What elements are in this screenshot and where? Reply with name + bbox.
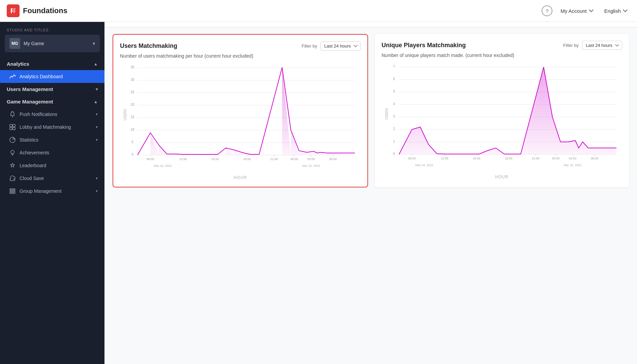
svg-text:0: 0 [393, 152, 395, 156]
svg-text:06:00: 06:00 [329, 157, 337, 161]
svg-text:15:00: 15:00 [211, 157, 219, 161]
svg-rect-10 [10, 189, 15, 190]
svg-rect-5 [13, 124, 15, 127]
svg-text:15: 15 [130, 115, 134, 119]
sidebar-item-group-management[interactable]: Group Management ▾ [0, 185, 104, 198]
sidebar-item-push-notifications[interactable]: Push Notifications ▾ [0, 108, 104, 121]
svg-rect-7 [13, 127, 15, 130]
svg-text:5: 5 [131, 140, 133, 144]
users-matchmaking-filter-group: Filter by Last 24 hours Last 7 days Last… [302, 41, 361, 51]
logo-area: Foundations [7, 4, 67, 17]
users-matchmaking-subtitle: Number of users matchmaking per hour (cu… [120, 53, 361, 59]
language-chevron-icon [623, 8, 628, 13]
unique-players-chart: 0 1 2 3 4 5 6 7 USERS [382, 63, 622, 173]
svg-text:Mar 14, 2022: Mar 14, 2022 [154, 164, 172, 168]
push-notifications-icon [9, 111, 16, 117]
content-area: Users Matchmaking Filter by Last 24 hour… [104, 22, 637, 364]
sidebar-item-lobby-matchmaking-label: Lobby and Matchmaking [20, 124, 71, 130]
section-analytics[interactable]: Analytics ▲ [0, 58, 104, 70]
sidebar-item-achievements[interactable]: Achievements [0, 146, 104, 159]
sidebar-item-analytics-dashboard[interactable]: Analytics Dashboard [0, 70, 104, 83]
group-management-icon [9, 188, 16, 194]
unique-players-matchmaking-card: Unique Players Matchmaking Filter by Las… [375, 34, 629, 187]
studio-name: My Game [24, 41, 89, 46]
section-users-management-chevron-icon: ▾ [96, 87, 98, 92]
svg-text:06:00: 06:00 [591, 157, 599, 160]
statistics-chevron-icon: ▾ [96, 138, 98, 142]
help-button[interactable]: ? [542, 5, 552, 16]
section-analytics-label: Analytics [7, 61, 29, 67]
sidebar-item-cloud-save[interactable]: Cloud Save ▾ [0, 172, 104, 185]
unique-players-filter-group: Filter by Last 24 hours Last 7 days Last… [563, 41, 622, 50]
group-management-chevron-icon: ▾ [96, 189, 98, 193]
svg-text:25: 25 [130, 90, 134, 94]
charts-row: Users Matchmaking Filter by Last 24 hour… [113, 34, 629, 187]
svg-point-9 [11, 150, 14, 154]
sidebar-item-analytics-dashboard-label: Analytics Dashboard [20, 74, 63, 79]
leaderboard-icon [9, 162, 16, 169]
section-users-management-label: Users Management [7, 86, 53, 92]
studio-selector[interactable]: MG My Game ▾ [5, 35, 100, 52]
svg-text:20: 20 [130, 103, 134, 107]
lobby-matchmaking-icon [9, 124, 16, 130]
svg-text:18:00: 18:00 [243, 157, 251, 161]
lobby-matchmaking-chevron-icon: ▾ [96, 125, 98, 129]
svg-text:09:00: 09:00 [147, 157, 154, 161]
svg-text:09:00: 09:00 [408, 157, 416, 160]
sidebar-section-label: STUDIO AND TITLES [0, 22, 104, 35]
sidebar-item-statistics[interactable]: Statistics ▾ [0, 133, 104, 146]
users-matchmaking-svg: 0 5 10 15 20 25 30 35 USERS [120, 64, 361, 172]
statistics-icon [9, 137, 16, 143]
sidebar: STUDIO AND TITLES MG My Game ▾ Analytics… [0, 22, 104, 364]
svg-text:6: 6 [393, 77, 395, 81]
svg-text:2: 2 [393, 127, 395, 131]
svg-text:00:00: 00:00 [552, 157, 560, 160]
sidebar-item-achievements-label: Achievements [20, 150, 49, 155]
svg-text:USERS: USERS [123, 109, 127, 120]
users-matchmaking-card: Users Matchmaking Filter by Last 24 hour… [113, 34, 368, 187]
sidebar-item-cloud-save-label: Cloud Save [20, 176, 44, 181]
svg-text:15:00: 15:00 [473, 157, 481, 160]
svg-text:10: 10 [130, 128, 134, 131]
svg-text:12:00: 12:00 [179, 157, 187, 161]
svg-rect-6 [10, 127, 12, 130]
svg-point-2 [12, 117, 13, 117]
unique-players-header: Unique Players Matchmaking Filter by Las… [382, 41, 622, 50]
section-users-management[interactable]: Users Management ▾ [0, 83, 104, 95]
svg-text:USERS: USERS [385, 108, 389, 120]
section-game-management[interactable]: Game Management ▲ [0, 95, 104, 108]
svg-text:03:00: 03:00 [569, 157, 577, 160]
unique-players-x-label: HOUR [382, 175, 622, 179]
logo-icon [7, 4, 20, 17]
language-label: English [604, 8, 621, 14]
users-matchmaking-title: Users Matchmaking [120, 42, 177, 50]
svg-text:12:00: 12:00 [441, 157, 449, 160]
svg-text:00:00: 00:00 [291, 157, 298, 161]
users-matchmaking-chart: 0 5 10 15 20 25 30 35 USERS [120, 64, 361, 173]
unique-players-filter-select[interactable]: Last 24 hours Last 7 days Last 30 days [582, 41, 622, 50]
svg-text:7: 7 [393, 65, 395, 68]
account-button[interactable]: My Account [558, 7, 596, 15]
svg-text:35: 35 [130, 65, 134, 69]
sidebar-item-push-notifications-label: Push Notifications [20, 112, 57, 117]
language-button[interactable]: English [602, 7, 630, 15]
svg-rect-4 [10, 124, 12, 127]
unique-players-subtitle: Number of unique players match made. (cu… [382, 53, 622, 58]
svg-text:5: 5 [393, 90, 395, 93]
section-analytics-chevron-icon: ▲ [94, 62, 98, 66]
section-game-management-label: Game Management [7, 99, 53, 104]
svg-marker-66 [399, 67, 616, 154]
svg-text:0: 0 [131, 153, 133, 156]
unique-players-filter-label: Filter by [563, 43, 579, 48]
account-label: My Account [560, 8, 587, 14]
users-matchmaking-filter-label: Filter by [302, 43, 317, 49]
svg-text:4: 4 [393, 102, 395, 106]
sidebar-item-leaderboard[interactable]: Leaderboard [0, 159, 104, 172]
analytics-dashboard-icon [9, 73, 16, 80]
sidebar-item-lobby-matchmaking[interactable]: Lobby and Matchmaking ▾ [0, 121, 104, 133]
sidebar-item-group-management-label: Group Management [20, 188, 62, 194]
section-game-management-chevron-icon: ▲ [94, 99, 98, 104]
users-matchmaking-filter-select[interactable]: Last 24 hours Last 7 days Last 30 days [321, 41, 361, 51]
svg-rect-11 [10, 191, 15, 192]
push-notifications-chevron-icon: ▾ [96, 112, 98, 117]
